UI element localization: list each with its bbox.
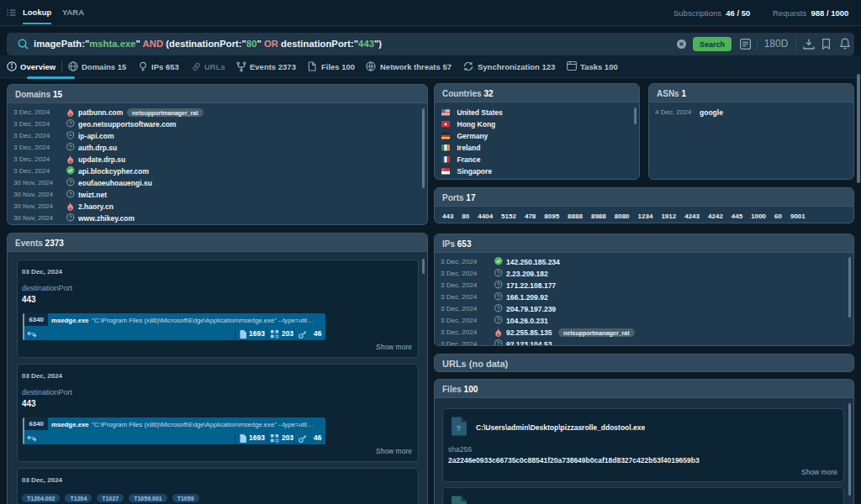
svg-text:?: ? [457,423,462,433]
